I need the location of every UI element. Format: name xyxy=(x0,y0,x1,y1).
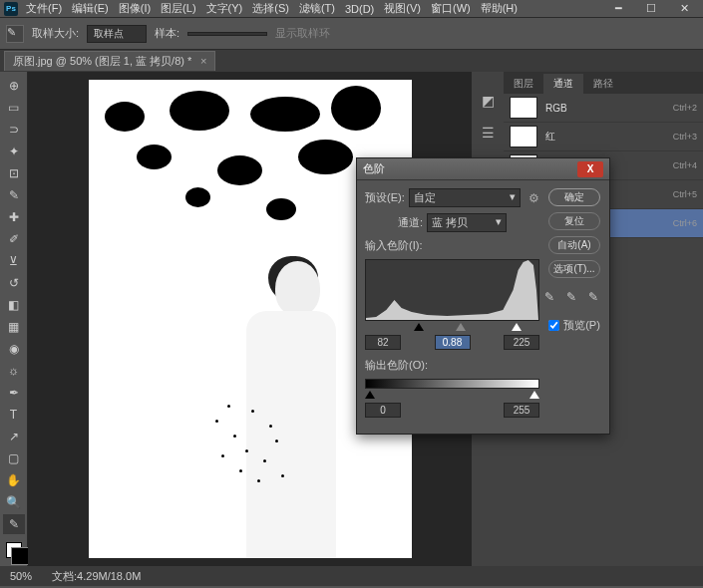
wand-tool[interactable]: ✦ xyxy=(3,142,25,161)
sample-size-select[interactable]: 取样点 xyxy=(87,25,147,43)
menu-type[interactable]: 文字(Y) xyxy=(206,1,243,16)
channel-thumb xyxy=(510,97,537,119)
tab-channels[interactable]: 通道 xyxy=(543,74,583,94)
preview-checkbox[interactable]: 预览(P) xyxy=(548,318,600,333)
tab-paths[interactable]: 路径 xyxy=(583,74,623,94)
gray-eyedropper-icon[interactable]: ✎ xyxy=(566,290,582,306)
zoom-tool[interactable]: 🔍 xyxy=(3,492,25,512)
output-sliders[interactable] xyxy=(365,391,539,401)
dialog-titlebar[interactable]: 色阶 X xyxy=(357,158,609,180)
panel-tabs: 图层 通道 路径 xyxy=(504,72,703,94)
options-button[interactable]: 选项(T)... xyxy=(548,260,600,278)
gear-icon[interactable]: ⚙ xyxy=(528,191,539,205)
channel-shortcut: Ctrl+4 xyxy=(673,160,697,170)
auto-button[interactable]: 自动(A) xyxy=(548,236,600,254)
input-levels-label: 输入色阶(I): xyxy=(365,238,422,253)
sample-label: 样本: xyxy=(155,26,179,41)
move-tool[interactable]: ⊕ xyxy=(3,76,25,96)
tab-close-icon[interactable]: × xyxy=(200,55,206,67)
dialog-close-button[interactable]: X xyxy=(577,161,603,177)
eyedropper-tool[interactable]: ✎ xyxy=(3,185,25,205)
history-brush-tool[interactable]: ↺ xyxy=(3,273,25,293)
minimize-icon[interactable]: ━ xyxy=(615,2,622,15)
window-controls: ━ ☐ ✕ xyxy=(615,2,699,15)
black-point-slider[interactable] xyxy=(414,323,424,331)
output-white-value[interactable]: 255 xyxy=(504,403,539,418)
channel-name: 红 xyxy=(545,130,665,144)
output-white-slider[interactable] xyxy=(529,391,539,399)
channel-shortcut: Ctrl+6 xyxy=(673,218,697,228)
menu-image[interactable]: 图像(I) xyxy=(119,1,151,16)
input-gamma-value[interactable]: 0.88 xyxy=(435,335,471,350)
document-tab[interactable]: 原图.jpg @ 50% (图层 1, 蓝 拷贝/8) * × xyxy=(4,51,215,71)
eraser-tool[interactable]: ◧ xyxy=(3,295,25,315)
path-tool[interactable]: ↗ xyxy=(3,427,25,446)
reset-button[interactable]: 复位 xyxy=(548,212,600,230)
output-black-slider[interactable] xyxy=(365,391,375,399)
white-eyedropper-icon[interactable]: ✎ xyxy=(588,290,604,306)
histogram xyxy=(365,259,539,321)
pen-tool[interactable]: ✒ xyxy=(3,383,25,403)
channel-row[interactable]: 红 Ctrl+3 xyxy=(504,123,703,151)
menu-select[interactable]: 选择(S) xyxy=(252,1,289,16)
input-white-value[interactable]: 225 xyxy=(504,335,539,350)
dock-history-icon[interactable]: ◩ xyxy=(479,92,497,110)
type-tool[interactable]: T xyxy=(3,405,25,425)
output-gradient xyxy=(365,379,539,389)
input-sliders[interactable] xyxy=(365,323,539,333)
channel-thumb xyxy=(510,126,537,147)
close-icon[interactable]: ✕ xyxy=(680,2,689,15)
lasso-tool[interactable]: ⊃ xyxy=(3,120,25,140)
stamp-tool[interactable]: ⊻ xyxy=(3,251,25,271)
menu-3d[interactable]: 3D(D) xyxy=(345,3,374,15)
active-tool-icon[interactable]: ✎ xyxy=(6,25,24,43)
app-logo: Ps xyxy=(4,2,18,16)
preview-label: 预览(P) xyxy=(563,318,600,333)
options-bar: ✎ 取样大小: 取样点 样本: 显示取样环 xyxy=(0,18,703,50)
white-point-slider[interactable] xyxy=(512,323,522,331)
zoom-level[interactable]: 50% xyxy=(10,570,32,582)
heal-tool[interactable]: ✚ xyxy=(3,207,25,227)
output-black-value[interactable]: 0 xyxy=(365,403,401,418)
crop-tool[interactable]: ⊡ xyxy=(3,163,25,183)
color-swatches[interactable] xyxy=(6,542,22,558)
shape-tool[interactable]: ▢ xyxy=(3,448,25,468)
preview-checkbox-input[interactable] xyxy=(548,320,559,331)
channel-shortcut: Ctrl+3 xyxy=(673,132,697,142)
marquee-tool[interactable]: ▭ xyxy=(3,98,25,118)
dialog-right: 确定 复位 自动(A) 选项(T)... ✎ ✎ ✎ 预览(P) xyxy=(547,188,601,426)
output-levels-label: 输出色阶(O): xyxy=(365,358,428,373)
black-eyedropper-icon[interactable]: ✎ xyxy=(544,290,560,306)
color-sampler-tool[interactable]: ✎ xyxy=(3,514,25,534)
channel-select[interactable]: 蓝 拷贝▾ xyxy=(427,213,507,232)
gamma-slider[interactable] xyxy=(456,323,466,331)
blur-tool[interactable]: ◉ xyxy=(3,339,25,359)
ok-button[interactable]: 确定 xyxy=(548,188,600,206)
preset-label: 预设(E): xyxy=(365,190,405,205)
doc-size: 文档:4.29M/18.0M xyxy=(52,569,141,584)
eyedropper-group: ✎ ✎ ✎ xyxy=(544,290,604,306)
preset-select[interactable]: 自定▾ xyxy=(409,188,521,207)
maximize-icon[interactable]: ☐ xyxy=(646,2,656,15)
sample-select[interactable] xyxy=(187,32,267,36)
sample-size-label: 取样大小: xyxy=(32,26,79,41)
menu-file[interactable]: 文件(F) xyxy=(26,1,62,16)
gradient-tool[interactable]: ▦ xyxy=(3,317,25,337)
input-black-value[interactable]: 82 xyxy=(365,335,401,350)
dock-properties-icon[interactable]: ☰ xyxy=(479,124,497,142)
menu-edit[interactable]: 编辑(E) xyxy=(72,1,109,16)
tab-layers[interactable]: 图层 xyxy=(504,74,543,94)
channel-row[interactable]: RGB Ctrl+2 xyxy=(504,94,703,123)
hand-tool[interactable]: ✋ xyxy=(3,470,25,490)
sample-ring-hint: 显示取样环 xyxy=(275,26,330,41)
menu-help[interactable]: 帮助(H) xyxy=(481,1,518,16)
brush-tool[interactable]: ✐ xyxy=(3,229,25,249)
menu-view[interactable]: 视图(V) xyxy=(384,1,421,16)
document-tabbar: 原图.jpg @ 50% (图层 1, 蓝 拷贝/8) * × xyxy=(0,50,703,72)
levels-dialog: 色阶 X 预设(E): 自定▾ ⚙ 通道: 蓝 拷贝▾ 输入色阶(I): xyxy=(356,157,610,435)
dodge-tool[interactable]: ☼ xyxy=(3,361,25,381)
menu-window[interactable]: 窗口(W) xyxy=(431,1,471,16)
menu-layer[interactable]: 图层(L) xyxy=(161,1,195,16)
dialog-title: 色阶 xyxy=(363,161,577,176)
menu-filter[interactable]: 滤镜(T) xyxy=(299,1,335,16)
